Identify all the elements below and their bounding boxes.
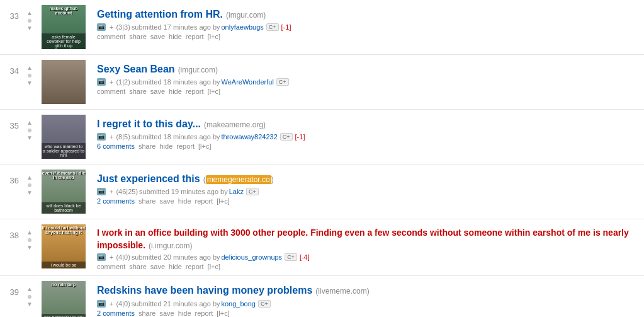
- thumbnail-col: who was married to a soldier appeared to…: [42, 115, 92, 159]
- action-report[interactable]: report: [186, 263, 204, 270]
- downvote-arrow[interactable]: ▼: [26, 80, 33, 86]
- upvote-arrow[interactable]: ▲: [26, 120, 33, 126]
- action-report[interactable]: report: [195, 197, 213, 205]
- action-save[interactable]: save: [150, 263, 165, 270]
- action-share[interactable]: share: [138, 309, 156, 317]
- action-report[interactable]: report: [186, 33, 204, 40]
- downvote-arrow[interactable]: ▼: [26, 301, 33, 308]
- thumbnail-col: if i could fart without anyone hearing i…: [42, 224, 92, 268]
- comment-link[interactable]: comment: [97, 263, 125, 270]
- downvote-arrow[interactable]: ▼: [26, 245, 33, 251]
- upvote-arrow[interactable]: ▲: [26, 175, 33, 181]
- action-hide[interactable]: hide: [178, 197, 191, 205]
- post-actions: 2 commentssharesavehidereport[l+c]: [97, 197, 644, 205]
- action-save[interactable]: save: [159, 197, 174, 205]
- action-hide[interactable]: hide: [169, 88, 182, 95]
- post-domain: (memegenerator.co): [203, 175, 274, 184]
- camera-icon: 📷: [97, 133, 106, 141]
- thumb-top-text: if i could fart without anyone hearing i…: [42, 226, 86, 234]
- post-domain: (livememe.com): [315, 287, 369, 296]
- post-content: Sexy Sean Bean(imgur.com)📷+(1|2) submitt…: [97, 60, 644, 95]
- thumb-bottom-text: who was married to a soldier appeared to…: [42, 143, 86, 159]
- downvote-arrow[interactable]: ▼: [26, 135, 33, 141]
- thumbnail[interactable]: even if it means i die in the endwill do…: [42, 170, 86, 214]
- vote-col: ▲▼: [23, 170, 37, 196]
- thumbnail[interactable]: who was married to a soldier appeared to…: [42, 115, 86, 159]
- post-list: 33▲▼makes github accountasks female cowo…: [0, 0, 644, 317]
- thumbnail[interactable]: makes github accountasks female coworker…: [42, 5, 86, 49]
- comment-link[interactable]: comment: [97, 88, 125, 95]
- post-title-link[interactable]: Getting attention from HR.: [97, 9, 223, 20]
- vote-dot: [28, 129, 31, 132]
- thumb-bottom-text: will does black be bathroom: [42, 202, 86, 214]
- action-share[interactable]: share: [129, 88, 147, 95]
- action-hide[interactable]: hide: [169, 33, 182, 40]
- post-author[interactable]: WeAreWonderful: [222, 78, 274, 86]
- post-title-line: Getting attention from HR.(imgur.com): [97, 8, 644, 21]
- downvote-arrow[interactable]: ▼: [26, 190, 33, 196]
- action-report[interactable]: report: [186, 88, 204, 95]
- action-hide[interactable]: hide: [178, 309, 191, 317]
- thumbnail[interactable]: if i could fart without anyone hearing i…: [42, 224, 86, 268]
- post-row: 34▲▼Sexy Sean Bean(imgur.com)📷+(1|2) sub…: [0, 55, 644, 110]
- post-rank: 34: [0, 60, 23, 76]
- post-author[interactable]: throwaway824232: [222, 133, 278, 141]
- action-hide[interactable]: hide: [169, 263, 182, 270]
- camera-icon: 📷: [97, 78, 106, 86]
- upvote-arrow[interactable]: ▲: [26, 229, 33, 236]
- user-flair: C+: [280, 133, 293, 141]
- thumbnail[interactable]: no rain tarpuse helicopter to dry field …: [42, 281, 86, 317]
- post-actions: 2 commentssharesavehidereport[l+c]: [97, 309, 644, 317]
- post-meta: 📷+(4|0) submitted 20 minutes ago by deli…: [97, 253, 644, 261]
- post-title-link[interactable]: Sexy Sean Bean: [97, 64, 175, 74]
- user-flair: C+: [285, 253, 297, 261]
- action-share[interactable]: share: [138, 197, 156, 205]
- action-share[interactable]: share: [129, 263, 147, 270]
- action-lc[interactable]: [l+c]: [208, 263, 220, 270]
- post-content: I regret it to this day...(makeameme.org…: [97, 115, 644, 150]
- comments-link[interactable]: 6 comments: [97, 142, 135, 150]
- post-title-link[interactable]: I regret it to this day...: [97, 118, 201, 129]
- post-meta: 📷+(1|2) submitted 18 minutes ago by WeAr…: [97, 78, 644, 86]
- post-title-link[interactable]: Just experienced this: [97, 173, 200, 184]
- action-report[interactable]: report: [195, 309, 213, 317]
- comment-link[interactable]: comment: [97, 33, 125, 40]
- vote-col: ▲▼: [23, 224, 37, 251]
- action-share[interactable]: share: [138, 142, 156, 150]
- extra-score: [-4]: [300, 253, 310, 261]
- action-lc[interactable]: [l+c]: [217, 309, 229, 317]
- post-author[interactable]: kong_bong: [222, 300, 256, 308]
- post-row: 38▲▼if i could fart without anyone heari…: [0, 219, 644, 276]
- upvote-arrow[interactable]: ▲: [26, 65, 33, 71]
- post-title-link[interactable]: Redskins have been having money problems: [97, 285, 312, 296]
- action-save[interactable]: save: [150, 88, 165, 95]
- thumbnail[interactable]: [42, 60, 86, 104]
- post-meta: 📷+(3|3) submitted 17 minutes ago by only…: [97, 23, 644, 31]
- action-lc[interactable]: [l+c]: [208, 88, 220, 95]
- post-score: (1|2): [116, 78, 130, 86]
- action-share[interactable]: share: [129, 33, 147, 40]
- post-author[interactable]: Lakz: [229, 188, 244, 195]
- thumb-bottom-text: i would be so: [42, 262, 86, 268]
- upvote-arrow[interactable]: ▲: [26, 10, 33, 16]
- action-save[interactable]: save: [159, 309, 174, 317]
- action-lc[interactable]: [l+c]: [217, 197, 229, 205]
- action-save[interactable]: save: [150, 33, 165, 40]
- post-title-line: I work in an office building with 3000 o…: [97, 227, 644, 251]
- vote-col: ▲▼: [23, 281, 37, 308]
- submitted-text: submitted 19 minutes ago by: [139, 188, 228, 195]
- vote-col: ▲▼: [23, 5, 37, 32]
- plus-icon: +: [110, 300, 113, 308]
- post-domain: (makeameme.org): [204, 120, 266, 129]
- action-lc[interactable]: [l+c]: [208, 33, 220, 40]
- post-author[interactable]: onlyfaewbugs: [222, 23, 264, 31]
- post-title-line: Sexy Sean Bean(imgur.com): [97, 62, 644, 76]
- upvote-arrow[interactable]: ▲: [26, 286, 33, 292]
- action-hide[interactable]: hide: [159, 142, 172, 150]
- comments-link[interactable]: 2 comments: [97, 197, 135, 205]
- action-lc[interactable]: [l+c]: [198, 142, 211, 150]
- downvote-arrow[interactable]: ▼: [26, 25, 33, 32]
- action-report[interactable]: report: [176, 142, 195, 150]
- post-author[interactable]: delicious_grownups: [222, 253, 283, 261]
- comments-link[interactable]: 2 comments: [97, 309, 135, 317]
